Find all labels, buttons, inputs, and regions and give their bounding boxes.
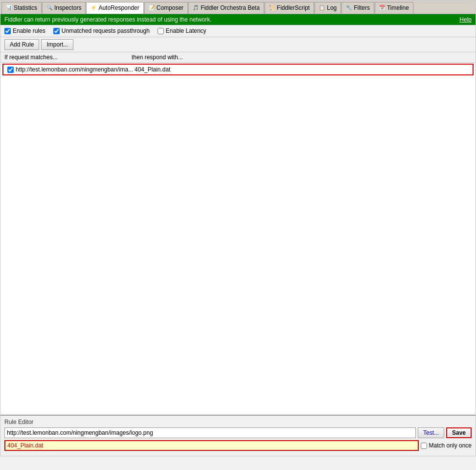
rule-url-input[interactable] [4, 427, 416, 438]
tab-composer[interactable]: 📝 Composer [144, 2, 188, 14]
row-match-value: http://test.lemonban.com/ningmengban/ima… [16, 66, 133, 73]
match-once-label[interactable]: Match only once [421, 442, 472, 449]
rule-editor-response-row: Match only once [4, 440, 472, 451]
timeline-icon: 📅 [379, 5, 385, 10]
row-respond-value: 404_Plain.dat [135, 66, 469, 73]
match-once-checkbox[interactable] [421, 443, 427, 449]
options-row: Enable rules Unmatched requests passthro… [0, 25, 476, 37]
col-match-header: If request matches... [4, 54, 132, 61]
table-header: If request matches... then respond with.… [0, 52, 476, 63]
main-area: If request matches... then respond with.… [0, 52, 476, 415]
table-body: http://test.lemonban.com/ningmengban/ima… [0, 63, 476, 239]
filters-icon: 🔧 [346, 5, 352, 10]
orchestra-icon: 🎵 [193, 5, 199, 10]
tab-statistics-label: Statistics [14, 4, 37, 11]
statistics-icon: 📊 [6, 5, 12, 10]
enable-rules-label[interactable]: Enable rules [4, 27, 45, 34]
tab-bar: 📊 Statistics 🔍 Inspectors ⚡ AutoResponde… [0, 0, 476, 14]
enable-latency-checkbox[interactable] [158, 28, 164, 34]
tab-log[interactable]: 📋 Log [315, 2, 341, 14]
tab-log-label: Log [327, 4, 337, 11]
tab-fiddlerscript[interactable]: 📜 FiddlerScript [265, 2, 314, 14]
log-icon: 📋 [319, 5, 325, 10]
rule-editor-title: Rule Editor [4, 419, 472, 425]
info-banner: Fiddler can return previously generated … [0, 14, 476, 25]
toolbar-row: Add Rule Import... [0, 37, 476, 52]
autoresponder-icon: ⚡ [91, 5, 96, 10]
tab-statistics[interactable]: 📊 Statistics [1, 2, 42, 14]
table-row[interactable]: http://test.lemonban.com/ningmengban/ima… [2, 64, 474, 75]
inspectors-icon: 🔍 [46, 5, 52, 10]
tab-inspectors[interactable]: 🔍 Inspectors [42, 2, 86, 14]
tab-fiddlerscript-label: FiddlerScript [277, 4, 310, 11]
tab-filters[interactable]: 🔧 Filters [341, 2, 374, 14]
tab-composer-label: Composer [157, 4, 183, 11]
tab-autoresponder-label: AutoResponder [98, 4, 139, 11]
add-rule-button[interactable]: Add Rule [4, 39, 39, 50]
fiddlerscript-icon: 📜 [269, 5, 275, 10]
unmatched-passthrough-label[interactable]: Unmatched requests passthrough [53, 27, 150, 34]
tab-orchestra-label: Fiddler Orchestra Beta [201, 4, 260, 11]
row-checkbox[interactable] [7, 67, 14, 73]
tab-filters-label: Filters [354, 4, 370, 11]
import-button[interactable]: Import... [41, 39, 73, 50]
test-button[interactable]: Test... [418, 427, 444, 438]
tab-fiddler-orchestra[interactable]: 🎵 Fiddler Orchestra Beta [188, 2, 264, 14]
tab-timeline[interactable]: 📅 Timeline [375, 2, 413, 14]
enable-latency-label[interactable]: Enable Latency [158, 27, 206, 34]
rule-response-input[interactable] [4, 440, 419, 451]
rule-editor: Rule Editor document.querySelector('[dat… [0, 415, 476, 456]
help-link[interactable]: Help [459, 16, 472, 23]
banner-message: Fiddler can return previously generated … [4, 16, 212, 23]
tab-autoresponder[interactable]: ⚡ AutoResponder [86, 2, 143, 14]
col-respond-header: then respond with... [132, 54, 472, 61]
empty-area [0, 239, 476, 415]
enable-rules-checkbox[interactable] [4, 28, 11, 34]
save-button[interactable]: Save [446, 427, 472, 438]
unmatched-passthrough-checkbox[interactable] [53, 28, 60, 34]
composer-icon: 📝 [149, 5, 155, 10]
tab-inspectors-label: Inspectors [54, 4, 81, 11]
tab-timeline-label: Timeline [387, 4, 409, 11]
rule-editor-url-row: document.querySelector('[data-name="rule… [4, 427, 472, 438]
